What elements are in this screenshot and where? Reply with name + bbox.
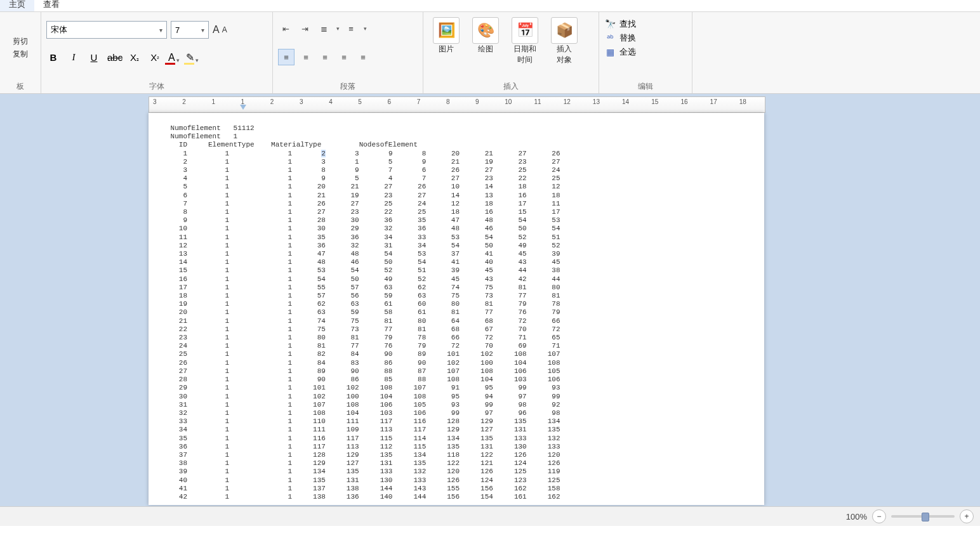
font-size-value: 7 [175, 25, 180, 35]
grow-font-button[interactable]: A [213, 24, 220, 36]
outdent-button[interactable] [278, 21, 293, 36]
insert-picture-button[interactable]: 🖼️ 图片 [428, 17, 464, 65]
zoom-level: 100% [846, 512, 867, 521]
replace-label: 替换 [619, 32, 636, 44]
align-left-button[interactable]: ≡ [278, 49, 295, 65]
horizontal-ruler[interactable]: 321123456789101112131415161718 [149, 96, 765, 113]
zoom-out-button[interactable]: − [872, 509, 886, 523]
chevron-down-icon: ▾ [159, 27, 162, 34]
palette-icon: 🎨 [472, 17, 499, 44]
italic-button[interactable]: I [67, 52, 81, 63]
group-insert: 🖼️ 图片 🎨 绘图 📅 日期和 时间 📦 插入 对象 插入 [423, 12, 599, 93]
strikethrough-button[interactable]: abc [107, 52, 121, 63]
object-icon: 📦 [551, 17, 578, 44]
select-all-icon: ▦ [604, 46, 616, 58]
group-edit: 🔭 查找 ᵃᵇ 替换 ▦ 全选 编辑 [599, 12, 692, 93]
insert-datetime-button[interactable]: 📅 日期和 时间 [507, 17, 543, 65]
font-size-combo[interactable]: 7 ▾ [171, 21, 209, 39]
group-insert-title: 插入 [428, 80, 593, 92]
calendar-icon: 📅 [512, 17, 538, 44]
group-edit-title: 编辑 [604, 80, 687, 92]
select-all-button[interactable]: ▦ 全选 [604, 46, 636, 58]
align-center-button[interactable]: ≡ [298, 49, 314, 65]
chevron-down-icon: ▾ [201, 27, 204, 34]
bullets-button[interactable] [316, 21, 331, 36]
select-all-label: 全选 [619, 46, 636, 58]
font-name-combo[interactable]: 宋体 ▾ [46, 21, 167, 39]
find-label: 查找 [619, 18, 636, 30]
indent-button[interactable] [297, 21, 312, 36]
underline-button[interactable]: U [87, 52, 101, 63]
page[interactable]: NumofElement 51112 NumofElement 1 ID Ele… [149, 113, 764, 505]
group-font-title: 字体 [46, 80, 267, 92]
tab-view[interactable]: 查看 [34, 0, 69, 11]
subscript-button[interactable]: X [128, 52, 142, 63]
tab-strip: 主页 查看 [0, 0, 980, 12]
group-clipboard: 剪切 复制 板 [0, 12, 41, 93]
binoculars-icon: 🔭 [604, 18, 616, 30]
align-right-button[interactable]: ≡ [317, 49, 333, 65]
document-text[interactable]: NumofElement 51112 NumofElement 1 ID Ele… [166, 124, 746, 501]
copy-button[interactable]: 复制 [13, 48, 28, 60]
paragraph-button[interactable]: ≡ [355, 49, 371, 65]
zoom-slider[interactable] [891, 515, 955, 518]
insert-picture-label: 图片 [439, 44, 454, 55]
status-bar: 100% − + [0, 506, 980, 526]
document-area: 321123456789101112131415161718 NumofElem… [0, 94, 980, 506]
find-button[interactable]: 🔭 查找 [604, 18, 636, 30]
cut-button[interactable]: 剪切 [13, 35, 28, 48]
group-paragraph-title: 段落 [278, 80, 418, 92]
superscript-button[interactable]: X [148, 52, 162, 63]
highlight-button[interactable]: ✎▾ [186, 51, 199, 63]
insert-object-label: 插入 对象 [557, 44, 572, 65]
zoom-in-button[interactable]: + [960, 509, 974, 523]
font-color-button[interactable]: A▾ [168, 52, 180, 63]
group-paragraph: ▾ ▾ ≡ ≡ ≡ ≡ ≡ 段落 [273, 12, 423, 93]
insert-object-button[interactable]: 📦 插入 对象 [546, 17, 582, 65]
insert-paint-button[interactable]: 🎨 绘图 [468, 17, 503, 65]
insert-paint-label: 绘图 [478, 44, 493, 55]
font-name-value: 宋体 [51, 24, 67, 36]
align-justify-button[interactable]: ≡ [336, 49, 352, 65]
tab-home[interactable]: 主页 [0, 0, 34, 11]
group-clipboard-title: 板 [5, 80, 36, 92]
ribbon: 剪切 复制 板 宋体 ▾ 7 ▾ A A [0, 12, 980, 94]
replace-button[interactable]: ᵃᵇ 替换 [604, 32, 636, 44]
bold-button[interactable]: B [46, 52, 60, 63]
shrink-font-button[interactable]: A [222, 25, 227, 34]
insert-datetime-label: 日期和 时间 [513, 44, 536, 65]
line-spacing-button[interactable] [343, 21, 359, 36]
picture-icon: 🖼️ [433, 17, 460, 44]
group-font: 宋体 ▾ 7 ▾ A A B I U abc X X [41, 12, 273, 93]
replace-icon: ᵃᵇ [604, 32, 616, 44]
